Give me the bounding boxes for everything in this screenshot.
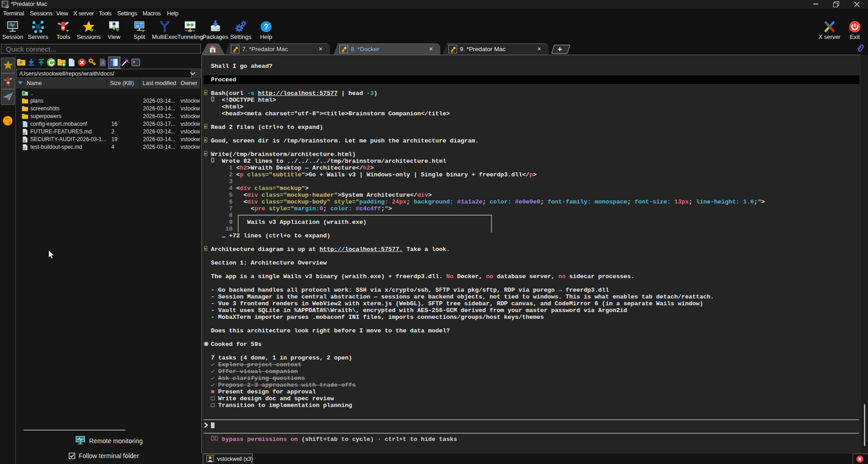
svg-text:A: A — [101, 60, 105, 66]
svg-text:?: ? — [264, 23, 268, 31]
